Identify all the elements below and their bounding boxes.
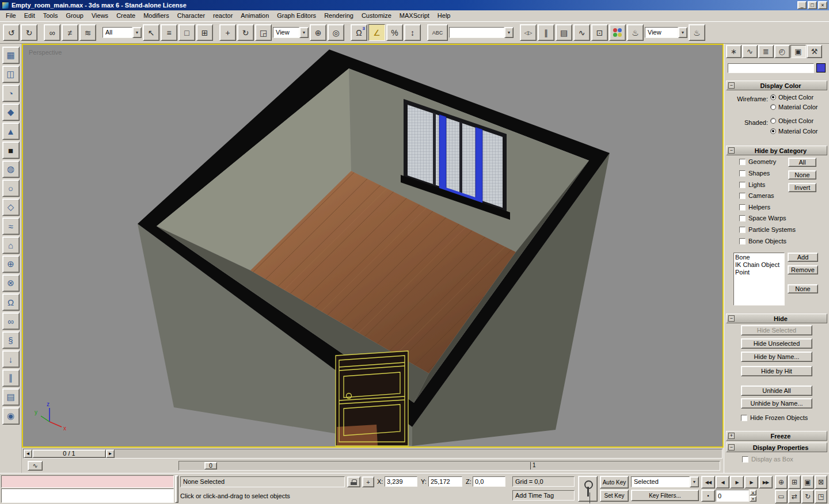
time-slider-left-arrow[interactable]: ◄ bbox=[24, 449, 32, 458]
dropdown-arrow-icon[interactable]: ▼ bbox=[132, 27, 142, 38]
list-none-button[interactable]: None bbox=[788, 284, 818, 293]
object-color-swatch[interactable] bbox=[816, 63, 826, 72]
redo-button[interactable]: ↻ bbox=[21, 24, 37, 41]
dropdown-arrow-icon[interactable]: ▼ bbox=[504, 27, 514, 38]
rollout-freeze[interactable]: + Freeze bbox=[726, 431, 827, 441]
list-item[interactable]: IK Chain Object bbox=[735, 261, 783, 269]
schematic-view-button[interactable]: ⊡ bbox=[591, 24, 608, 41]
select-object-button[interactable]: ↖ bbox=[143, 24, 159, 41]
menu-item-reactor[interactable]: reactor bbox=[209, 11, 237, 21]
unhide-by-name-button[interactable]: Unhide by Name... bbox=[741, 398, 812, 408]
checkbox-space-warps[interactable]: Space Warps bbox=[739, 215, 786, 222]
menu-item-animation[interactable]: Animation bbox=[237, 11, 273, 21]
zoom-all-button[interactable]: ⊞ bbox=[788, 475, 801, 489]
tab-create[interactable]: ∗ bbox=[726, 45, 741, 58]
undo-button[interactable]: ↺ bbox=[3, 24, 20, 41]
time-slider-handle[interactable]: 0 / 1 bbox=[32, 449, 106, 458]
menu-item-help[interactable]: Help bbox=[433, 11, 455, 21]
viewport-3d-scene[interactable]: z x y Perspective bbox=[23, 45, 722, 446]
select-and-link-button[interactable]: ∞ bbox=[44, 24, 60, 41]
tab-utilities[interactable]: ⚒ bbox=[807, 45, 822, 58]
category-all-button[interactable]: All bbox=[788, 158, 816, 167]
checkbox-lights[interactable]: Lights bbox=[739, 181, 765, 188]
curve-editor-button[interactable]: ∿ bbox=[573, 24, 590, 41]
tab-motion[interactable]: ◴ bbox=[774, 45, 790, 58]
key-mode-toggle-button[interactable]: • bbox=[701, 490, 715, 502]
side-tool-19-button[interactable]: ▤ bbox=[2, 388, 20, 406]
x-coordinate-field[interactable] bbox=[385, 476, 417, 487]
z-coordinate-field[interactable] bbox=[473, 476, 505, 487]
hide-selected-button[interactable]: Hide Selected bbox=[741, 325, 812, 335]
menu-item-group[interactable]: Group bbox=[62, 11, 88, 21]
side-tool-1-button[interactable]: ▦ bbox=[2, 47, 20, 64]
rollout-hide[interactable]: − Hide bbox=[726, 314, 827, 323]
region-zoom-button[interactable]: ▭ bbox=[775, 490, 788, 503]
object-name-field[interactable] bbox=[728, 63, 814, 73]
list-remove-button[interactable]: Remove bbox=[788, 265, 818, 274]
checkbox-display-as-box[interactable]: Display as Box bbox=[742, 456, 793, 463]
menu-item-create[interactable]: Create bbox=[112, 11, 139, 21]
hide-by-hit-button[interactable]: Hide by Hit bbox=[741, 366, 812, 376]
checkbox-hide-frozen-objects[interactable]: Hide Frozen Objects bbox=[741, 414, 808, 421]
side-tool-4-button[interactable]: ◆ bbox=[2, 104, 20, 121]
menu-item-tools[interactable]: Tools bbox=[39, 11, 62, 21]
edit-named-selections-button[interactable]: ABC bbox=[427, 24, 448, 41]
perspective-viewport[interactable]: z x y Perspective bbox=[22, 44, 724, 448]
select-and-manipulate-button[interactable]: ◎ bbox=[328, 24, 344, 41]
set-keys-button[interactable] bbox=[578, 476, 598, 502]
side-tool-2-button[interactable]: ◫ bbox=[2, 66, 20, 83]
list-add-button[interactable]: Add bbox=[788, 253, 818, 262]
side-tool-20-button[interactable]: ◉ bbox=[2, 407, 20, 425]
menu-item-maxscript[interactable]: MAXScript bbox=[396, 11, 433, 21]
list-item[interactable]: Bone bbox=[735, 254, 783, 261]
tab-modify[interactable]: ∿ bbox=[742, 45, 758, 58]
list-item[interactable]: Point bbox=[735, 269, 783, 276]
dropdown-arrow-icon[interactable]: ▼ bbox=[299, 27, 309, 38]
min-max-toggle-button[interactable]: ◳ bbox=[815, 490, 827, 503]
percent-snap-toggle[interactable]: % bbox=[386, 24, 403, 41]
zoom-extents-button[interactable]: ▣ bbox=[801, 475, 814, 489]
side-tool-13-button[interactable]: ⊗ bbox=[2, 274, 20, 292]
menu-item-modifiers[interactable]: Modifiers bbox=[139, 11, 173, 21]
material-editor-button[interactable] bbox=[609, 24, 626, 41]
named-selection-dropdown[interactable]: ▼ bbox=[449, 27, 514, 38]
pan-button[interactable]: ⇄ bbox=[788, 490, 801, 503]
menu-item-graph-editors[interactable]: Graph Editors bbox=[273, 11, 320, 21]
select-and-rotate-button[interactable]: ↻ bbox=[237, 24, 254, 41]
rectangular-selection-region-button[interactable]: □ bbox=[178, 24, 195, 41]
spinner-up-icon[interactable]: ▲ bbox=[750, 490, 756, 495]
dropdown-arrow-icon[interactable]: ▼ bbox=[690, 476, 699, 487]
menu-item-file[interactable]: File bbox=[2, 11, 20, 21]
time-slider-track[interactable]: ◄ 0 / 1 ► bbox=[23, 449, 722, 459]
track-bar-frame-indicator[interactable]: 0 bbox=[204, 462, 217, 469]
checkbox-geometry[interactable]: Geometry bbox=[739, 158, 776, 165]
key-filters-button[interactable]: Key Filters... bbox=[631, 490, 699, 501]
add-time-tag[interactable]: Add Time Tag bbox=[512, 490, 575, 501]
current-frame-field[interactable] bbox=[716, 490, 749, 502]
maxscript-mini-listener[interactable] bbox=[1, 488, 174, 503]
object-type-listbox[interactable]: Bone IK Chain Object Point bbox=[733, 253, 785, 306]
side-tool-11-button[interactable]: ⌂ bbox=[2, 236, 20, 254]
select-by-name-button[interactable]: ≡ bbox=[161, 24, 177, 41]
open-mini-curve-editor-button[interactable]: ∿ bbox=[28, 461, 43, 471]
spinner-down-icon[interactable]: ▼ bbox=[750, 496, 756, 502]
quick-render-button[interactable]: ♨ bbox=[689, 24, 705, 41]
previous-frame-button[interactable]: ◀ bbox=[716, 476, 729, 488]
shaded-object-color-radio[interactable]: Object Color bbox=[770, 117, 813, 124]
spinner-snap-toggle[interactable]: ↕ bbox=[404, 24, 421, 41]
angle-snap-toggle[interactable]: ∠ bbox=[368, 24, 385, 41]
key-mode-dropdown[interactable]: Selected ▼ bbox=[631, 476, 699, 487]
side-tool-6-button[interactable]: ■ bbox=[2, 142, 20, 159]
side-tool-9-button[interactable]: ◇ bbox=[2, 198, 20, 216]
menu-item-edit[interactable]: Edit bbox=[20, 11, 39, 21]
render-type-dropdown[interactable]: View ▼ bbox=[645, 27, 687, 38]
checkbox-shapes[interactable]: Shapes bbox=[739, 170, 770, 177]
absolute-offset-toggle[interactable]: + bbox=[362, 476, 374, 487]
side-tool-7-button[interactable]: ◍ bbox=[2, 161, 20, 178]
arc-rotate-button[interactable]: ↻ bbox=[801, 490, 814, 503]
play-button[interactable]: ▶ bbox=[730, 476, 744, 488]
menu-item-rendering[interactable]: Rendering bbox=[320, 11, 358, 21]
bind-to-spacewarp-button[interactable]: ≋ bbox=[79, 24, 96, 41]
hide-unselected-button[interactable]: Hide Unselected bbox=[741, 338, 812, 349]
category-none-button[interactable]: None bbox=[788, 170, 816, 180]
